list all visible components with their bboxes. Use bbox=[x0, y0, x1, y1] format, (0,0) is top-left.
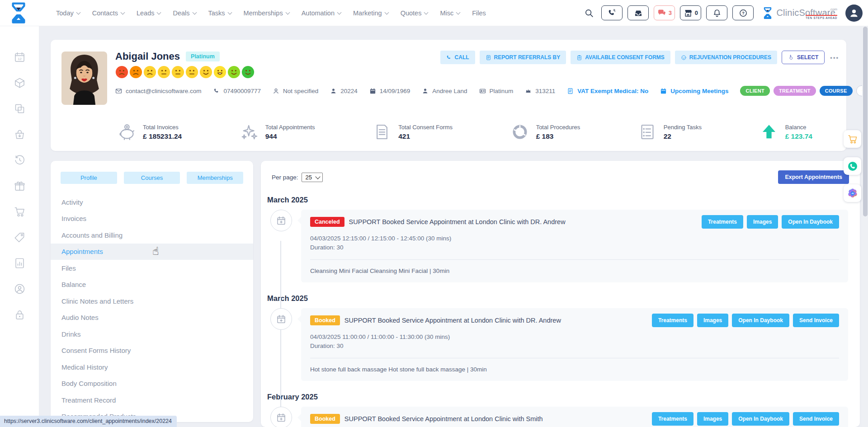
nav-today[interactable]: Today bbox=[56, 9, 80, 17]
open-in-daybook-button[interactable]: Open In Daybook bbox=[782, 215, 839, 229]
store-button[interactable]: 0 bbox=[680, 5, 701, 20]
id-card-icon bbox=[479, 88, 486, 94]
copy-icon[interactable] bbox=[14, 103, 26, 115]
nav-misc[interactable]: Misc bbox=[440, 9, 460, 17]
label-client[interactable]: CLIENT bbox=[740, 86, 770, 96]
nav-tasks[interactable]: Tasks bbox=[208, 9, 231, 17]
mood-face-8[interactable] bbox=[213, 66, 226, 79]
sidebar-item-activity[interactable]: Activity bbox=[51, 194, 253, 211]
cart-widget[interactable] bbox=[844, 130, 861, 148]
sidebar-item-files[interactable]: Files bbox=[51, 260, 253, 277]
report-chart-icon[interactable] bbox=[14, 257, 26, 269]
treatments-button[interactable]: Treatments bbox=[652, 314, 693, 327]
cart-icon[interactable] bbox=[14, 206, 26, 218]
tab-memberships[interactable]: Memberships bbox=[187, 172, 243, 184]
sidebar-item-treatment-record[interactable]: Treatment Record bbox=[51, 392, 253, 408]
cursor-pointer: ☝ bbox=[152, 245, 159, 258]
nav-memberships[interactable]: Memberships bbox=[244, 9, 289, 17]
mood-face-10[interactable] bbox=[241, 66, 255, 79]
gift-icon[interactable] bbox=[14, 180, 26, 192]
whatsapp-widget[interactable] bbox=[844, 157, 861, 175]
client-detail-upcoming-meetings[interactable]: Upcoming Meetings bbox=[660, 88, 728, 94]
hourglass-logo-icon bbox=[762, 6, 773, 20]
nav-leads[interactable]: Leads bbox=[137, 9, 161, 17]
inbox-button[interactable] bbox=[627, 5, 649, 20]
send-invoice-button[interactable]: Send Invoice bbox=[793, 314, 839, 327]
basket-icon[interactable] bbox=[14, 128, 26, 141]
stat-pending-tasks: Pending Tasks22 bbox=[638, 123, 702, 141]
treatments-button[interactable]: Treatments bbox=[652, 412, 693, 426]
send-invoice-button[interactable]: Send Invoice bbox=[793, 412, 839, 426]
call-button[interactable]: CALL bbox=[440, 51, 475, 64]
nav-quotes[interactable]: Quotes bbox=[401, 9, 428, 17]
export-appointments-button[interactable]: Export Appointments bbox=[778, 170, 849, 184]
account-icon[interactable] bbox=[14, 283, 26, 295]
document-icon bbox=[486, 55, 491, 61]
sidebar-item-invoices[interactable]: Invoices bbox=[51, 211, 253, 227]
sidebar-item-drinks[interactable]: Drinks bbox=[51, 326, 253, 343]
treatments-button[interactable]: Treatments bbox=[702, 215, 743, 229]
detail-text: 14/09/1969 bbox=[380, 88, 410, 94]
open-in-daybook-button[interactable]: Open In Daybook bbox=[732, 314, 789, 327]
clinicsoftware-wordmark[interactable]: ClinicSoftware .com TEN STEPS AHEAD bbox=[762, 6, 838, 20]
per-page-select[interactable]: 25 bbox=[302, 173, 323, 182]
mood-face-9[interactable] bbox=[227, 66, 241, 79]
mood-face-4[interactable] bbox=[157, 66, 170, 79]
sidebar-item-medical-history[interactable]: Medical History bbox=[51, 359, 253, 375]
stat-total-invoices: Total Invoices£ 185231.24 bbox=[118, 123, 182, 141]
client-detail-vat-exempt-medical-no[interactable]: VAT Exempt Medical: No bbox=[567, 88, 648, 94]
notifications-button[interactable] bbox=[706, 5, 727, 20]
nav-automation[interactable]: Automation bbox=[302, 9, 341, 17]
phone-button[interactable] bbox=[601, 5, 623, 20]
nav-marketing[interactable]: Marketing bbox=[353, 9, 388, 17]
chevron-down-icon bbox=[384, 10, 389, 14]
cube-icon[interactable] bbox=[14, 77, 26, 89]
tab-courses[interactable]: Courses bbox=[124, 172, 180, 184]
sidebar-item-balance[interactable]: Balance bbox=[51, 277, 253, 293]
available-consent-forms-button[interactable]: AVAILABLE CONSENT FORMS bbox=[571, 51, 670, 64]
report-referrals-by-button[interactable]: REPORT REFERRALS BY bbox=[480, 51, 566, 64]
nav-files[interactable]: Files bbox=[472, 9, 486, 17]
mood-face-1[interactable] bbox=[115, 66, 128, 79]
chat-button[interactable]: 3 bbox=[654, 5, 675, 20]
rejuvenation-procedures-button[interactable]: REJUVENATION PROCEDURES bbox=[675, 51, 777, 64]
client-photo bbox=[61, 52, 107, 105]
calendar-date-icon[interactable]: 12 bbox=[14, 51, 26, 63]
mood-face-6[interactable] bbox=[185, 66, 198, 79]
label-treatment[interactable]: TREATMENT bbox=[774, 86, 816, 96]
sidebar-item-accounts-and-billing[interactable]: Accounts and Billing bbox=[51, 227, 253, 244]
phone-call-icon bbox=[608, 9, 617, 18]
tab-profile[interactable]: Profile bbox=[61, 172, 117, 184]
sidebar-item-clinic-notes-and-letters[interactable]: Clinic Notes and Letters bbox=[51, 293, 253, 310]
mood-face-5[interactable] bbox=[171, 66, 184, 79]
sidebar-item-appointments[interactable]: Appointments bbox=[51, 244, 253, 260]
price-tag-icon[interactable] bbox=[14, 231, 26, 244]
user-avatar[interactable] bbox=[845, 5, 863, 22]
nav-deals[interactable]: Deals bbox=[173, 9, 196, 17]
images-button[interactable]: Images bbox=[697, 314, 728, 327]
more-options-button[interactable]: ••• bbox=[830, 54, 839, 61]
mood-face-7[interactable] bbox=[199, 66, 212, 79]
scrollbar-track[interactable] bbox=[862, 26, 868, 427]
sidebar-item-body-composition[interactable]: Body Composition bbox=[51, 375, 253, 392]
client-detail-20224: 20224 bbox=[330, 88, 358, 94]
hourglass-logo[interactable] bbox=[9, 2, 28, 24]
sparkles-icon bbox=[240, 123, 258, 141]
select-button[interactable]: SELECT bbox=[782, 51, 825, 64]
help-button[interactable]: ? bbox=[732, 5, 754, 20]
images-button[interactable]: Images bbox=[697, 412, 728, 426]
appointment-duration: Duration: 30 bbox=[310, 343, 839, 349]
sidebar-item-consent-forms-history[interactable]: Consent Forms History bbox=[51, 343, 253, 359]
history-icon[interactable] bbox=[14, 154, 26, 166]
sidebar-item-audio-notes[interactable]: Audio Notes bbox=[51, 310, 253, 326]
search-icon[interactable] bbox=[584, 8, 594, 18]
scrollbar-thumb[interactable] bbox=[863, 27, 868, 216]
images-button[interactable]: Images bbox=[747, 215, 778, 229]
nav-contacts[interactable]: Contacts bbox=[92, 9, 124, 17]
open-in-daybook-button[interactable]: Open In Daybook bbox=[732, 412, 789, 426]
label-course[interactable]: COURSE bbox=[820, 86, 853, 96]
mood-face-3[interactable] bbox=[143, 66, 156, 79]
ai-widget[interactable]: AI bbox=[844, 184, 861, 202]
lock-icon[interactable] bbox=[14, 309, 26, 321]
mood-face-2[interactable] bbox=[129, 66, 142, 79]
